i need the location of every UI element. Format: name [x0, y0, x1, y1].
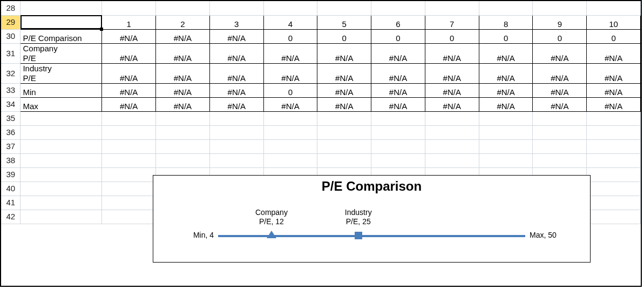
grid-cell[interactable] [533, 1, 587, 15]
grid-cell[interactable] [21, 1, 102, 15]
grid-cell[interactable] [209, 125, 263, 139]
grid-cell[interactable] [587, 153, 641, 167]
data-cell[interactable]: #N/A [263, 97, 317, 111]
data-cell[interactable]: #N/A [371, 63, 425, 83]
data-cell[interactable]: #N/A [102, 29, 156, 43]
grid-cell[interactable] [533, 139, 587, 153]
grid-cell[interactable] [156, 139, 210, 153]
grid-cell[interactable] [102, 182, 156, 196]
grid-cell[interactable] [21, 111, 102, 125]
grid-cell[interactable] [102, 139, 156, 153]
table-col-header[interactable]: 4 [263, 15, 317, 29]
grid-cell[interactable] [587, 167, 641, 182]
table-col-header[interactable]: 8 [479, 15, 533, 29]
data-cell[interactable]: #N/A [263, 63, 317, 83]
row-header[interactable]: 32 [1, 63, 21, 83]
row-header[interactable]: 35 [1, 111, 21, 125]
data-cell[interactable]: #N/A [156, 97, 210, 111]
grid-cell[interactable] [587, 139, 641, 153]
grid-cell[interactable] [371, 139, 425, 153]
row-header[interactable]: 34 [1, 97, 21, 111]
grid-cell[interactable] [479, 111, 533, 125]
data-cell[interactable]: #N/A [479, 97, 533, 111]
data-cell[interactable]: 0 [587, 29, 641, 43]
row-header[interactable]: 36 [1, 125, 21, 139]
row-label[interactable]: Industry P/E [21, 63, 102, 83]
grid-cell[interactable] [425, 111, 479, 125]
grid-cell[interactable] [317, 111, 371, 125]
grid-cell[interactable] [533, 153, 587, 167]
data-cell[interactable]: #N/A [156, 43, 210, 63]
table-col-header[interactable]: 9 [533, 15, 587, 29]
grid-cell[interactable] [156, 111, 210, 125]
data-cell[interactable]: #N/A [587, 63, 641, 83]
grid-cell[interactable] [317, 125, 371, 139]
grid-cell[interactable] [587, 1, 641, 15]
grid-cell[interactable] [587, 210, 641, 224]
data-cell[interactable]: 0 [371, 29, 425, 43]
grid-cell[interactable] [102, 125, 156, 139]
table-col-header[interactable]: 5 [317, 15, 371, 29]
grid-cell[interactable] [263, 153, 317, 167]
data-cell[interactable]: 0 [263, 83, 317, 97]
row-header[interactable]: 39 [1, 167, 21, 182]
grid-cell[interactable] [425, 139, 479, 153]
data-cell[interactable]: #N/A [317, 43, 371, 63]
table-col-header[interactable]: 7 [425, 15, 479, 29]
data-cell[interactable]: #N/A [371, 43, 425, 63]
data-cell[interactable]: 0 [263, 29, 317, 43]
grid-cell[interactable] [371, 111, 425, 125]
row-header[interactable]: 42 [1, 210, 21, 224]
row-label[interactable]: Min [21, 83, 102, 97]
data-cell[interactable]: 0 [425, 29, 479, 43]
data-cell[interactable]: #N/A [587, 43, 641, 63]
grid-cell[interactable] [425, 153, 479, 167]
grid-cell[interactable] [102, 153, 156, 167]
data-cell[interactable]: #N/A [156, 83, 210, 97]
grid-cell[interactable] [317, 153, 371, 167]
grid-cell[interactable] [102, 111, 156, 125]
grid-cell[interactable] [21, 139, 102, 153]
row-header[interactable]: 38 [1, 153, 21, 167]
grid-cell[interactable] [209, 153, 263, 167]
grid-cell[interactable] [425, 125, 479, 139]
grid-cell[interactable] [156, 125, 210, 139]
grid-cell[interactable] [533, 125, 587, 139]
table-col-header[interactable]: 1 [102, 15, 156, 29]
grid-cell[interactable] [209, 139, 263, 153]
grid-cell[interactable] [263, 125, 317, 139]
grid-cell[interactable] [21, 167, 102, 182]
grid-cell[interactable] [587, 111, 641, 125]
chart-object[interactable]: P/E Comparison Min, 4Company P/E, 12Indu… [153, 175, 591, 263]
row-label[interactable]: Max [21, 97, 102, 111]
row-header[interactable]: 31 [1, 43, 21, 63]
data-cell[interactable]: #N/A [533, 97, 587, 111]
data-cell[interactable]: #N/A [425, 83, 479, 97]
grid-cell[interactable] [21, 182, 102, 196]
grid-cell[interactable] [102, 210, 156, 224]
row-header[interactable]: 40 [1, 182, 21, 196]
grid-cell[interactable] [263, 111, 317, 125]
grid-cell[interactable] [209, 111, 263, 125]
grid-cell[interactable] [209, 1, 263, 15]
data-cell[interactable]: #N/A [587, 83, 641, 97]
data-cell[interactable]: #N/A [533, 83, 587, 97]
data-cell[interactable]: #N/A [209, 29, 263, 43]
data-cell[interactable]: #N/A [102, 63, 156, 83]
grid-cell[interactable] [263, 139, 317, 153]
row-header[interactable]: 41 [1, 196, 21, 210]
data-cell[interactable]: 0 [479, 29, 533, 43]
grid-cell[interactable] [317, 139, 371, 153]
row-header[interactable]: 29 [1, 15, 21, 29]
data-cell[interactable]: #N/A [263, 43, 317, 63]
data-cell[interactable]: #N/A [425, 63, 479, 83]
data-cell[interactable]: #N/A [156, 63, 210, 83]
grid-cell[interactable] [479, 125, 533, 139]
grid-cell[interactable] [587, 125, 641, 139]
row-label[interactable]: Company P/E [21, 43, 102, 63]
data-cell[interactable]: 0 [317, 29, 371, 43]
data-cell[interactable]: #N/A [317, 97, 371, 111]
data-cell[interactable]: #N/A [533, 63, 587, 83]
data-cell[interactable]: #N/A [102, 97, 156, 111]
data-cell[interactable]: #N/A [317, 83, 371, 97]
